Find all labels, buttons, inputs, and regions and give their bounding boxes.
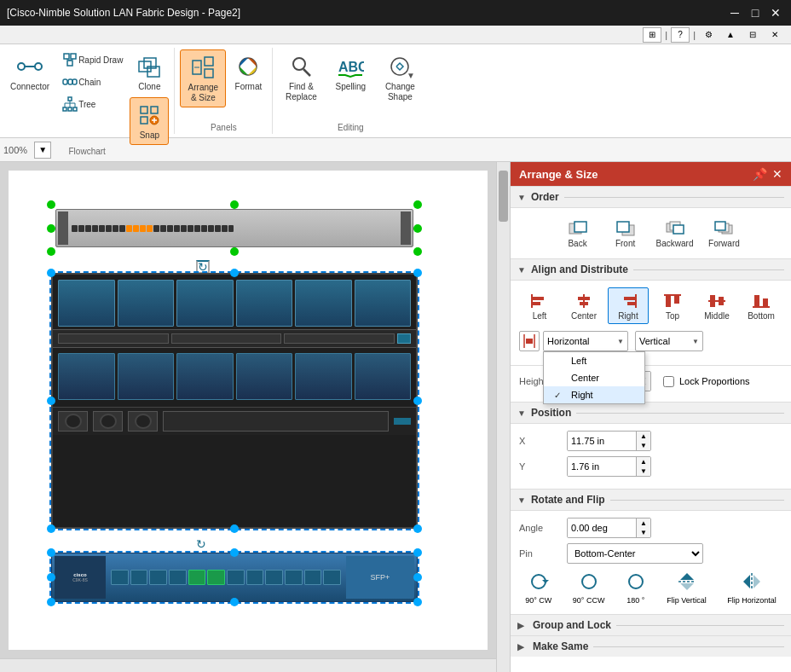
distribute-right[interactable]: ✓ Right <box>544 386 644 403</box>
distribute-icon[interactable] <box>519 331 540 351</box>
close-app-btn[interactable]: ✕ <box>765 27 784 43</box>
minimize-ribbon-btn[interactable]: ▲ <box>721 27 740 43</box>
title-bar-controls: ─ □ ✕ <box>726 4 784 21</box>
close-button[interactable]: ✕ <box>767 4 784 21</box>
handle-br[interactable] <box>413 247 422 256</box>
sw-handle-bc[interactable] <box>230 598 239 606</box>
y-decrement[interactable]: ▼ <box>637 466 650 476</box>
snap-button[interactable]: Snap <box>130 97 169 145</box>
p1 <box>72 225 78 232</box>
patch-panel-1[interactable] <box>51 205 418 252</box>
find-replace-button[interactable]: Find &Replace <box>278 49 324 106</box>
pin-select[interactable]: Bottom-Center Top-Left Top-Center Top-Ri… <box>567 543 703 564</box>
handle-tr[interactable] <box>413 200 422 209</box>
arrange-size-button[interactable]: Arrange& Size <box>180 49 226 107</box>
rapid-draw-button[interactable]: Rapid Draw <box>58 49 126 70</box>
chain-button[interactable]: Chain <box>58 72 126 92</box>
sw-handle-bl[interactable] <box>47 598 55 606</box>
horizontal-scrollbar[interactable] <box>0 658 496 672</box>
align-center-button[interactable]: Center <box>563 287 604 324</box>
grid-btn[interactable]: ⊞ <box>643 27 661 43</box>
format-button[interactable]: Format <box>229 49 267 96</box>
settings-btn[interactable]: ⚙ <box>699 27 718 43</box>
forward-button[interactable]: Forward <box>703 215 744 252</box>
sw-handle-br[interactable] <box>413 598 422 606</box>
make-same-section-header[interactable]: ▶ Make Same <box>511 635 791 657</box>
change-shape-button[interactable]: ▼ ChangeShape <box>377 49 423 106</box>
blue-handle-ml[interactable] <box>47 397 55 405</box>
align-top-button[interactable]: Top <box>652 287 693 324</box>
rotate-section-header[interactable]: ▼ Rotate and Flip <box>511 489 791 511</box>
rotate-divider <box>610 500 784 501</box>
blue-handle-tc[interactable] <box>230 269 239 277</box>
backward-button[interactable]: Backward <box>653 215 697 252</box>
angle-input[interactable] <box>568 518 636 537</box>
rotate-90-cw-button[interactable]: 90° CW <box>523 569 554 607</box>
rotate-180-button[interactable]: 180 ° <box>623 569 649 607</box>
handle-ml[interactable] <box>47 224 55 233</box>
distribute-dropdown[interactable]: Horizontal ▼ <box>543 331 628 351</box>
sw-handle-tc[interactable] <box>230 548 239 557</box>
handle-bc[interactable] <box>230 247 239 256</box>
handle-mr[interactable] <box>413 224 422 233</box>
lock-proportions-checkbox[interactable] <box>663 376 674 387</box>
position-section-header[interactable]: ▼ Position <box>511 402 791 424</box>
handle-tl[interactable] <box>47 200 55 209</box>
angle-increment[interactable]: ▲ <box>637 518 650 528</box>
align-section-header[interactable]: ▼ Align and Distribute <box>511 258 791 281</box>
angle-decrement[interactable]: ▼ <box>637 528 650 537</box>
sw-handle-mr[interactable] <box>413 573 422 582</box>
panel-pin-button[interactable]: 📌 <box>753 167 767 181</box>
blue-handle-mr[interactable] <box>413 397 422 405</box>
restore-btn[interactable]: ⊟ <box>743 27 762 43</box>
blue-handle-br[interactable] <box>413 524 422 533</box>
align-middle-button[interactable]: Middle <box>696 287 737 324</box>
vertical-scrollbar[interactable] <box>496 162 510 672</box>
handle-tc[interactable] <box>230 200 239 209</box>
sw-handle-tr[interactable] <box>413 548 422 557</box>
blue-handle-bc[interactable] <box>230 524 239 533</box>
switch-device-1[interactable]: cisco C9K-8S <box>51 553 418 602</box>
align-right-button[interactable]: Right <box>608 287 649 324</box>
x-increment[interactable]: ▲ <box>637 432 650 441</box>
back-button[interactable]: Back <box>557 215 598 252</box>
sw-handle-ml[interactable] <box>47 573 55 582</box>
flip-horizontal-button[interactable]: Flip Horizontal <box>725 569 779 607</box>
order-arrow: ▼ <box>517 193 526 202</box>
y-increment[interactable]: ▲ <box>637 457 650 466</box>
tree-label: Tree <box>78 100 95 110</box>
server-chassis-1[interactable] <box>51 273 418 529</box>
align-bottom-button[interactable]: Bottom <box>741 287 782 324</box>
maximize-button[interactable]: □ <box>747 4 764 21</box>
group-lock-section-header[interactable]: ▶ Group and Lock <box>511 614 791 635</box>
y-input[interactable] <box>568 457 636 476</box>
clone-button[interactable]: Clone <box>130 49 169 96</box>
x-input[interactable] <box>568 432 636 450</box>
blue-handle-tr[interactable] <box>413 269 422 277</box>
zoom-btn[interactable]: ▼ <box>34 142 51 159</box>
vertical-dropdown[interactable]: Vertical ▼ <box>635 331 703 351</box>
connector-button[interactable]: Connector <box>5 49 55 96</box>
distribute-center[interactable]: Center <box>544 369 644 386</box>
panel-close-button[interactable]: ✕ <box>772 167 782 181</box>
blue-handle-bl[interactable] <box>47 524 55 533</box>
flip-vertical-button[interactable]: Flip Vertical <box>664 569 709 607</box>
sw-handle-tl[interactable] <box>47 548 55 557</box>
rotate-90-ccw-button[interactable]: 90° CCW <box>570 569 608 607</box>
order-section-header[interactable]: ▼ Order <box>511 186 791 208</box>
handle-bl[interactable] <box>47 247 55 256</box>
distribute-left[interactable]: Left <box>544 352 644 369</box>
arrange-size-label: Arrange& Size <box>188 83 219 103</box>
x-decrement[interactable]: ▼ <box>637 441 650 450</box>
align-top-label: Top <box>666 311 679 321</box>
tree-button[interactable]: Tree <box>58 94 126 114</box>
canvas-page[interactable]: ↻ <box>9 171 488 650</box>
help-btn[interactable]: ? <box>671 27 690 43</box>
front-button[interactable]: Front <box>605 215 646 252</box>
scroll-thumb-v[interactable] <box>499 171 508 222</box>
spelling-button[interactable]: ABC Spelling <box>327 49 373 96</box>
minimize-button[interactable]: ─ <box>726 4 743 21</box>
align-left-button[interactable]: Left <box>519 287 560 324</box>
canvas-area[interactable]: ↻ <box>0 162 510 672</box>
blue-handle-tl[interactable] <box>47 269 55 277</box>
